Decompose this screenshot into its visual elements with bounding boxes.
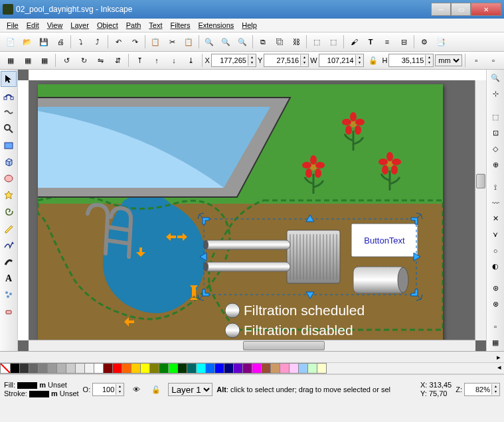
snap-midpoint-icon[interactable]: ◐ (487, 259, 503, 274)
layer-select[interactable]: Layer 1 (168, 383, 212, 396)
color-swatch[interactable] (131, 363, 141, 374)
y-input[interactable] (264, 56, 300, 64)
color-swatch[interactable] (76, 363, 85, 374)
color-swatch[interactable] (197, 363, 206, 374)
redo-button[interactable]: ↷ (127, 34, 143, 50)
tweak-tool[interactable] (1, 104, 17, 120)
snap-cusp-icon[interactable]: ⋎ (487, 228, 503, 242)
lock-aspect-button[interactable]: 🔓 (365, 52, 381, 68)
color-swatch[interactable] (57, 363, 66, 374)
color-swatch[interactable] (243, 363, 252, 374)
raise-top-button[interactable]: ⤒ (131, 52, 147, 68)
ruler-vertical[interactable] (18, 80, 29, 340)
ellipse-tool[interactable] (1, 171, 17, 186)
zoom-sel-button[interactable]: 🔍 (201, 34, 217, 50)
color-swatch[interactable] (11, 363, 20, 374)
color-swatch[interactable] (113, 363, 122, 374)
snap-corner-icon[interactable]: ◇ (487, 142, 503, 157)
flip-v-button[interactable]: ⇵ (110, 52, 126, 68)
doc-prefs-button[interactable]: 📑 (433, 34, 449, 50)
zoom-tool[interactable] (1, 121, 17, 137)
fill-stroke-button[interactable]: 🖌 (346, 34, 362, 50)
color-swatch[interactable] (252, 363, 262, 374)
bezier-tool[interactable] (1, 237, 17, 253)
group-button[interactable]: ⬚ (309, 34, 325, 50)
color-swatch[interactable] (169, 363, 178, 374)
snap-intersect-icon[interactable]: ✕ (487, 212, 503, 226)
zoom-quick-icon[interactable]: 🔍 (487, 71, 503, 86)
selector-tool[interactable] (1, 71, 17, 87)
menu-file[interactable]: File (3, 20, 23, 31)
layer-lock-icon[interactable]: 🔓 (148, 382, 164, 397)
snap-rotation-icon[interactable]: ⊗ (487, 297, 503, 312)
color-swatch[interactable] (308, 363, 317, 374)
paste-button[interactable]: 📋 (181, 34, 197, 50)
affect-2-button[interactable]: ▫ (485, 52, 501, 68)
node-tool[interactable] (1, 88, 17, 104)
cut-button[interactable]: ✂ (164, 34, 180, 50)
menu-object[interactable]: Object (93, 20, 122, 31)
new-button[interactable]: 📄 (3, 34, 19, 50)
menu-path[interactable]: Path (122, 20, 145, 31)
no-color-swatch[interactable] (0, 363, 11, 374)
open-button[interactable]: 📂 (19, 34, 35, 50)
deselect-button[interactable]: ▦ (37, 52, 53, 68)
color-swatch[interactable] (280, 363, 290, 374)
rotate-cw-button[interactable]: ↻ (76, 52, 92, 68)
horizontal-scrollbar[interactable] (29, 340, 475, 351)
snap-page-icon[interactable]: ▫ (487, 319, 503, 334)
prefs-button[interactable]: ⚙ (416, 34, 432, 50)
snap-path-icon[interactable]: 〰 (487, 196, 503, 210)
color-swatch[interactable] (122, 363, 131, 374)
import-button[interactable]: ⤵ (73, 34, 89, 50)
color-swatch[interactable] (187, 363, 197, 374)
opacity-input[interactable] (93, 386, 116, 393)
snap-edge-icon[interactable]: ⊡ (487, 126, 503, 141)
titlebar[interactable]: 02_pool_daynight.svg - Inkscape ─ ▭ ✕ (0, 0, 504, 19)
snap-center-icon[interactable]: ⊕ (487, 158, 503, 173)
snap-icon[interactable]: ⊹ (487, 87, 503, 102)
clone-button[interactable]: ⿻ (272, 34, 288, 50)
stroke-swatch[interactable] (29, 391, 49, 397)
menu-extensions[interactable]: Extensions (194, 20, 238, 31)
menu-edit[interactable]: Edit (23, 20, 43, 31)
color-swatch[interactable] (159, 363, 169, 374)
3dbox-tool[interactable] (1, 154, 17, 170)
menu-text[interactable]: Text (145, 20, 166, 31)
text-tool[interactable]: A (1, 270, 17, 286)
print-button[interactable]: 🖨 (52, 34, 68, 50)
menu-layer[interactable]: Layer (66, 20, 93, 31)
color-swatch[interactable] (66, 363, 76, 374)
affect-1-button[interactable]: ▫ (468, 52, 484, 68)
zoom-page-button[interactable]: 🔍 (234, 34, 250, 50)
snap-obj-center-icon[interactable]: ⊛ (487, 281, 503, 296)
flip-h-button[interactable]: ⇋ (93, 52, 109, 68)
color-swatch[interactable] (20, 363, 29, 374)
color-swatch[interactable] (271, 363, 280, 374)
color-swatch[interactable] (262, 363, 271, 374)
snap-grid-icon[interactable]: ▦ (487, 335, 503, 350)
lower-bottom-button[interactable]: ⤓ (183, 52, 199, 68)
save-button[interactable]: 💾 (36, 34, 52, 50)
unlink-button[interactable]: ⛓ (288, 34, 304, 50)
palette-menu-icon[interactable]: ◂ (495, 363, 504, 374)
color-swatch[interactable] (206, 363, 215, 374)
rotate-ccw-button[interactable]: ↺ (58, 52, 74, 68)
snap-smooth-icon[interactable]: ○ (487, 244, 503, 258)
zoom-input[interactable] (465, 386, 491, 393)
xml-button[interactable]: ≡ (379, 34, 395, 50)
w-input[interactable] (319, 56, 355, 64)
lower-button[interactable]: ↓ (166, 52, 182, 68)
menu-view[interactable]: View (43, 20, 67, 31)
color-swatch[interactable] (290, 363, 299, 374)
export-button[interactable]: ⤴ (90, 34, 106, 50)
unit-select[interactable]: mm (435, 54, 462, 66)
h-input[interactable] (389, 56, 425, 64)
menu-filters[interactable]: Filters (167, 20, 195, 31)
color-swatch[interactable] (234, 363, 243, 374)
canvas[interactable]: ButtonText Filtration scheduled Filtrati… (38, 84, 443, 340)
select-all-button[interactable]: ▦ (3, 52, 19, 68)
color-swatch[interactable] (317, 363, 327, 374)
color-swatch[interactable] (224, 363, 234, 374)
copy-button[interactable]: 📋 (147, 34, 163, 50)
